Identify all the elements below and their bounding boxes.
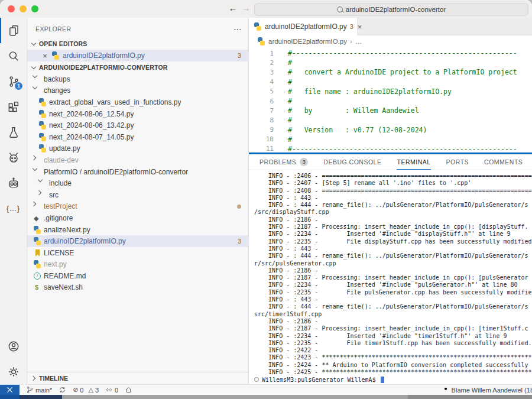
command-center-search[interactable]: arduinoIDE2platformIO-convertor (254, 3, 528, 16)
tree-item[interactable]: .gitignore (27, 212, 248, 224)
home-status[interactable] (125, 386, 132, 394)
zoom-window-button[interactable] (31, 5, 38, 12)
file-or-chevron-icon (38, 98, 47, 106)
file-or-chevron-icon (33, 260, 41, 268)
panel-tabs: PROBLEMS 3 DEBUG CONSOLE TERMINAL PORTS … (249, 154, 532, 170)
file-or-chevron-icon (33, 237, 41, 245)
branch-name: main* (35, 387, 52, 394)
activity-account[interactable] (0, 333, 27, 359)
tree-item[interactable]: next_2024-08-06_13.42.py (27, 119, 248, 131)
terminal-line: INFO - :2186 - (254, 216, 532, 223)
tree-item[interactable]: changes (27, 85, 248, 97)
code-text: #---------------------------------------… (288, 49, 517, 57)
tree-item[interactable]: claude-dev (27, 154, 248, 166)
tab-problems-badge: 3 (350, 23, 353, 30)
tree-item[interactable]: arduinoIDE2platformIO.py 3 (27, 235, 248, 247)
panel-tab[interactable]: PORTS (446, 154, 469, 170)
status-bar: main* ⊘ 0 △ 3 0 (0, 384, 532, 395)
tree-item[interactable]: next_2024-08-07_14.05.py (27, 131, 248, 143)
file-name: src (49, 191, 59, 199)
terminal-line: INFO - :2408 - =========================… (254, 187, 532, 194)
extensions-icon (7, 100, 20, 113)
activity-braces[interactable]: {…} (0, 196, 27, 221)
code-line: 2 # (249, 58, 532, 67)
tree-item[interactable]: analizeNext.py (27, 224, 248, 236)
activity-bug-bot[interactable] (0, 145, 27, 170)
activity-source-control[interactable]: 1 (0, 69, 27, 94)
remote-icon (7, 387, 13, 393)
panel-tab[interactable]: DEBUG CONSOLE (323, 154, 381, 170)
activity-extensions[interactable] (0, 94, 27, 119)
file-name: next_2024-08-07_14.05.py (49, 133, 134, 141)
code-text: # (288, 97, 292, 105)
tree-item[interactable]: testProject (27, 201, 248, 213)
python-icon (257, 37, 265, 46)
tree-item[interactable]: include (27, 177, 248, 189)
forward-arrow-icon[interactable]: → (240, 3, 252, 13)
timeline-section[interactable]: TIMELINE (27, 372, 248, 384)
activity-testing[interactable] (0, 119, 27, 145)
files-icon (8, 24, 21, 37)
tree-item[interactable]: next_2024-08-06_12.54.py (27, 108, 248, 120)
back-arrow-icon[interactable]: ← (227, 3, 239, 13)
editor-tab[interactable]: arduinoIDE2platformIO.py 3 × (249, 18, 358, 35)
tree-item[interactable]: src (27, 189, 248, 201)
blame-status[interactable]: Blame Willem Aandewiel (18 (442, 387, 532, 394)
tree-item[interactable]: saveNext.sh (27, 282, 248, 294)
problems-badge: 3 (238, 238, 241, 245)
problems-status[interactable]: ⊘ 0 △ 3 (73, 386, 99, 394)
terminal-line: INFO - :2187 - Processing: insert_header… (254, 274, 532, 281)
activity-bar: 1 (0, 18, 27, 384)
breadcrumb-more[interactable]: … (355, 38, 362, 45)
file-name: next_2024-08-06_12.54.py (49, 110, 134, 118)
tree-item[interactable]: update.py (27, 143, 248, 155)
panel-tab[interactable]: TERMINAL (397, 154, 430, 170)
project-section-header[interactable]: ARDUINOIDE2PLATFORMIO-CONVERTOR (27, 61, 248, 73)
code-text: # by : Willem Aandewiel (288, 106, 419, 115)
activity-settings[interactable] (0, 359, 27, 384)
activity-explorer[interactable] (0, 18, 27, 43)
feedback-status[interactable]: 0 (105, 386, 118, 394)
breadcrumb-file[interactable]: arduinoIDE2platformIO.py (268, 38, 347, 45)
terminal-line: INFO - :2234 - Inserted '#include "pulsG… (254, 281, 532, 288)
more-actions-icon[interactable]: ⋯ (233, 24, 242, 34)
tree-item[interactable]: LICENSE (27, 247, 248, 259)
activity-search[interactable] (0, 43, 27, 69)
panel-tab[interactable]: PROBLEMS 3 (259, 154, 308, 170)
breadcrumb[interactable]: arduinoIDE2platformIO.py › … (249, 35, 532, 47)
blame-icon (442, 387, 449, 394)
tree-item[interactable]: README.md (27, 270, 248, 282)
problems-badge: 3 (238, 52, 241, 59)
code-text: #---------------------------------------… (288, 145, 517, 153)
open-editors-section[interactable]: OPEN EDITORS (27, 38, 248, 50)
desktop-strip-navy (20, 395, 62, 399)
file-name: testProject (44, 202, 77, 210)
tree-item[interactable]: extract_global_vars_used_in_functions.py (27, 96, 248, 108)
close-window-button[interactable] (8, 5, 15, 12)
search-magnifier-icon (337, 7, 343, 12)
chevron-right-icon (30, 375, 37, 382)
file-or-chevron-icon (38, 179, 47, 187)
terminal[interactable]: INFO - :2406 - =========================… (249, 171, 532, 384)
file-or-chevron-icon (33, 226, 41, 234)
code-line: 7 # by : Willem Aandewiel (249, 106, 532, 115)
terminal-line: INFO - : 443 - (254, 296, 532, 303)
terminal-output: INFO - :2406 - =========================… (254, 173, 532, 376)
code-editor[interactable]: 1 #-------------------------------------… (249, 48, 532, 153)
terminal-line: INFO - :2187 - Processing: insert_header… (254, 325, 532, 332)
minimize-window-button[interactable] (20, 5, 27, 12)
file-or-chevron-icon (33, 202, 41, 210)
open-editor-item[interactable]: × arduinoIDE2platformIO.py 3 (27, 50, 248, 61)
remote-indicator[interactable] (0, 385, 20, 395)
activity-robot[interactable] (0, 170, 27, 196)
branch-status[interactable]: main* (26, 386, 52, 394)
tree-item[interactable]: next.py (27, 259, 248, 271)
sync-status[interactable] (59, 386, 66, 394)
panel-tab[interactable]: COMMENTS (484, 154, 523, 170)
project-name-label: ARDUINOIDE2PLATFORMIO-CONVERTOR (39, 64, 168, 71)
close-tab-icon[interactable]: × (358, 22, 362, 31)
tree-item[interactable]: PlatformIO / arduinoIDE2platformIO-conve… (27, 166, 248, 178)
chevron-down-icon (30, 64, 37, 72)
close-icon[interactable]: × (41, 51, 48, 60)
tree-item[interactable]: backups (27, 73, 248, 85)
